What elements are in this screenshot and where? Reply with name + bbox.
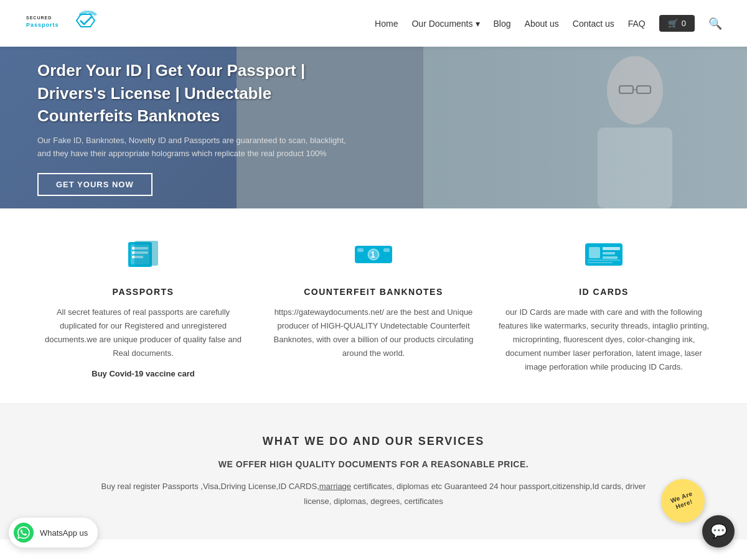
navigation: Home Our Documents ▾ Blog About us Conta…	[375, 15, 722, 32]
passport-icon	[37, 240, 249, 276]
feature-idcards-desc: our ID Cards are made with care and with…	[498, 306, 710, 374]
services-marriage-link[interactable]: marriage	[319, 482, 351, 491]
hero-title: Order Your ID | Get Your Passport | Driv…	[37, 59, 361, 127]
svg-text:1: 1	[370, 250, 375, 259]
features-section: PASSPORTS All secret features of real pa…	[0, 208, 747, 403]
hero-content: Order Your ID | Get Your Passport | Driv…	[0, 47, 398, 208]
search-button[interactable]: 🔍	[708, 17, 722, 30]
feature-banknotes-desc: https://gatewaydocuments.net/ are the be…	[268, 306, 479, 360]
money-icon: 1	[268, 240, 479, 276]
logo[interactable]: SECURED Passports	[25, 6, 100, 40]
nav-our-documents[interactable]: Our Documents ▾	[411, 19, 479, 29]
svg-rect-7	[598, 128, 672, 208]
svg-point-6	[607, 56, 663, 124]
svg-text:SECURED: SECURED	[26, 16, 52, 20]
svg-rect-21	[383, 248, 390, 252]
feature-passports-title: PASSPORTS	[37, 287, 249, 297]
hero-section: Order Your ID | Get Your Passport | Driv…	[0, 47, 747, 208]
services-subtitle: WE OFFER HIGH QUALITY DOCUMENTS FOR A RE…	[37, 459, 710, 469]
nav-blog[interactable]: Blog	[494, 19, 511, 29]
nav-home[interactable]: Home	[375, 19, 398, 29]
whatsapp-label: WhatsApp us	[40, 528, 88, 538]
header: SECURED Passports Home Our Documents ▾ B…	[0, 0, 747, 47]
svg-rect-16	[134, 241, 158, 266]
cart-button[interactable]: 🛒 0	[659, 15, 695, 32]
feature-banknotes: 1 COUNTERFEIT BANKNOTES https://gatewayd…	[268, 240, 479, 378]
we-are-here-text: We AreHere!	[655, 473, 711, 529]
feature-banknotes-title: COUNTERFEIT BANKNOTES	[268, 287, 479, 297]
svg-text:Passports: Passports	[26, 22, 59, 28]
nav-about-us[interactable]: About us	[525, 19, 559, 29]
nav-contact-us[interactable]: Contact us	[573, 19, 614, 29]
hero-subtitle: Our Fake ID, Banknotes, Novelty ID and P…	[37, 134, 361, 161]
svg-rect-20	[357, 248, 364, 252]
cart-icon: 🛒	[668, 19, 678, 28]
services-section: WHAT WE DO AND OUR SERVICES WE OFFER HIG…	[0, 404, 747, 539]
id-card-icon	[498, 240, 710, 276]
cart-count: 0	[682, 19, 686, 28]
svg-rect-29	[588, 262, 613, 263]
svg-rect-5	[423, 47, 747, 208]
svg-rect-25	[603, 247, 620, 250]
services-title: WHAT WE DO AND OUR SERVICES	[37, 435, 710, 448]
svg-rect-26	[603, 252, 615, 254]
feature-passports-desc: All secret features of real passports ar…	[37, 306, 249, 360]
services-description: Buy real register Passports ,Visa,Drivin…	[93, 479, 654, 508]
chevron-down-icon: ▾	[476, 19, 480, 29]
svg-rect-27	[603, 256, 618, 259]
chat-icon: 💬	[710, 523, 727, 539]
we-are-here-badge: We AreHere!	[661, 479, 705, 523]
feature-passports: PASSPORTS All secret features of real pa…	[37, 240, 249, 378]
svg-rect-28	[588, 259, 620, 261]
svg-point-4	[87, 9, 97, 16]
feature-idcards: ID CARDS our ID Cards are made with care…	[498, 240, 710, 378]
feature-passports-link[interactable]: Buy Covid-19 vaccine card	[37, 369, 249, 378]
whatsapp-icon	[14, 523, 34, 539]
nav-faq[interactable]: FAQ	[628, 19, 646, 29]
search-icon: 🔍	[708, 17, 722, 30]
hero-cta-button[interactable]: GET YOURS NOW	[37, 173, 153, 196]
feature-idcards-title: ID CARDS	[498, 287, 710, 297]
whatsapp-widget[interactable]: WhatsApp us	[9, 518, 98, 539]
svg-rect-24	[589, 247, 600, 258]
hero-man-image	[423, 47, 747, 208]
